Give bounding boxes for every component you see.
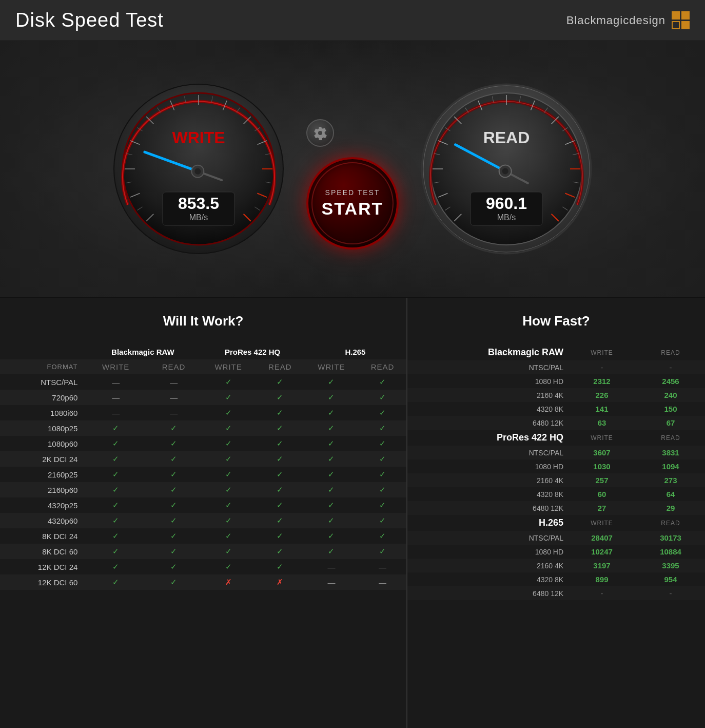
wiw-format-val: NTSC/PAL bbox=[0, 374, 85, 390]
hf-read-val: 240 bbox=[636, 388, 705, 402]
wiw-h265-r-header: READ bbox=[359, 359, 406, 374]
hf-write-val: 27 bbox=[567, 501, 636, 515]
wiw-bmraw-r: ✓ bbox=[147, 482, 201, 497]
wiw-row: 1080p25 ✓ ✓ ✓ ✓ ✓ ✓ bbox=[0, 420, 406, 436]
wiw-h265-r: ✓ bbox=[359, 467, 406, 482]
start-button[interactable]: SPEED TEST START bbox=[306, 157, 399, 250]
wiw-pro-r: ✓ bbox=[256, 528, 304, 544]
hf-write-val: 3607 bbox=[567, 446, 636, 459]
wiw-bmraw-r: — bbox=[147, 374, 201, 390]
hf-read-val: 150 bbox=[636, 402, 705, 416]
wiw-pro-w: ✓ bbox=[201, 374, 256, 390]
wiw-pro-w: ✓ bbox=[201, 559, 256, 574]
wiw-bmraw-r: ✓ bbox=[147, 544, 201, 559]
wiw-h265-r: ✓ bbox=[359, 482, 406, 497]
wiw-pro-w: ✓ bbox=[201, 420, 256, 436]
wiw-pro-w: ✓ bbox=[201, 497, 256, 513]
hf-data-row: NTSC/PAL 3607 3831 bbox=[407, 446, 705, 459]
wiw-pro-r: ✓ bbox=[256, 420, 304, 436]
hf-section-header-row: H.265 WRITE READ bbox=[407, 515, 705, 531]
hf-write-val: 10247 bbox=[567, 545, 636, 559]
app-title: Disk Speed Test bbox=[15, 9, 164, 31]
wiw-row: NTSC/PAL — — ✓ ✓ ✓ ✓ bbox=[0, 374, 406, 390]
wiw-bmraw-r: ✓ bbox=[147, 497, 201, 513]
hf-label: 6480 12K bbox=[407, 586, 567, 600]
hf-label: NTSC/PAL bbox=[407, 446, 567, 459]
hf-data-row: 2160 4K 3197 3395 bbox=[407, 559, 705, 572]
will-it-work-panel: Will It Work? Blackmagic RAW ProRes 422 … bbox=[0, 298, 407, 728]
wiw-pro-w: ✓ bbox=[201, 405, 256, 420]
brand-square-4 bbox=[681, 21, 690, 29]
hf-label: 2160 4K bbox=[407, 473, 567, 487]
how-fast-title: How Fast? bbox=[407, 308, 705, 334]
wiw-h265-w: ✓ bbox=[304, 374, 359, 390]
write-gauge-container: WRITE 853.5 MB/s bbox=[111, 82, 286, 256]
wiw-pro-r: ✓ bbox=[256, 559, 304, 574]
wiw-format-val: 8K DCI 24 bbox=[0, 528, 85, 544]
brand-name: Blackmagicdesign bbox=[566, 14, 665, 27]
hf-data-row: NTSC/PAL - - bbox=[407, 360, 705, 374]
wiw-pro-r: ✓ bbox=[256, 390, 304, 405]
wiw-pro-w: ✗ bbox=[201, 574, 256, 590]
hf-read-val: 3395 bbox=[636, 559, 705, 572]
wiw-row: 4320p25 ✓ ✓ ✓ ✓ ✓ ✓ bbox=[0, 497, 406, 513]
settings-button[interactable] bbox=[306, 119, 334, 147]
wiw-bmraw-w: ✓ bbox=[85, 451, 147, 467]
wiw-format-val: 2160p25 bbox=[0, 467, 85, 482]
wiw-bmraw-w: — bbox=[85, 405, 147, 420]
hf-label: 6480 12K bbox=[407, 501, 567, 515]
wiw-bmraw-w: ✓ bbox=[85, 467, 147, 482]
wiw-pro-w: ✓ bbox=[201, 390, 256, 405]
wiw-pro-r: ✓ bbox=[256, 374, 304, 390]
wiw-h265-w: ✓ bbox=[304, 436, 359, 451]
data-section: Will It Work? Blackmagic RAW ProRes 422 … bbox=[0, 298, 705, 728]
hf-data-row: 1080 HD 10247 10884 bbox=[407, 545, 705, 559]
write-gauge: WRITE 853.5 MB/s bbox=[111, 82, 286, 256]
wiw-format-val: 4320p25 bbox=[0, 497, 85, 513]
wiw-row: 12K DCI 60 ✓ ✓ ✗ ✗ — — bbox=[0, 574, 406, 590]
wiw-pro-w: ✓ bbox=[201, 451, 256, 467]
title-bar: Disk Speed Test Blackmagicdesign bbox=[0, 0, 705, 41]
brand-area: Blackmagicdesign bbox=[566, 11, 690, 29]
wiw-bmraw-r: — bbox=[147, 405, 201, 420]
wiw-bmraw-w: ✓ bbox=[85, 497, 147, 513]
wiw-h265-r: — bbox=[359, 574, 406, 590]
wiw-row: 8K DCI 60 ✓ ✓ ✓ ✓ ✓ ✓ bbox=[0, 544, 406, 559]
wiw-pro-r: ✓ bbox=[256, 451, 304, 467]
wiw-h265-header: H.265 bbox=[304, 344, 406, 359]
how-fast-table: Blackmagic RAW WRITE READ NTSC/PAL - - 1… bbox=[407, 344, 705, 600]
wiw-format-val: 12K DCI 60 bbox=[0, 574, 85, 590]
hf-read-val: 10884 bbox=[636, 545, 705, 559]
hf-read-val: - bbox=[636, 360, 705, 374]
wiw-h265-w: ✓ bbox=[304, 497, 359, 513]
hf-read-col-header: READ bbox=[636, 430, 705, 446]
wiw-h265-r: ✓ bbox=[359, 513, 406, 528]
hf-label: 4320 8K bbox=[407, 402, 567, 416]
wiw-h265-r: ✓ bbox=[359, 528, 406, 544]
speed-test-label: SPEED TEST bbox=[325, 188, 380, 197]
wiw-bmraw-w: ✓ bbox=[85, 574, 147, 590]
hf-data-row: 2160 4K 226 240 bbox=[407, 388, 705, 402]
wiw-row: 2160p25 ✓ ✓ ✓ ✓ ✓ ✓ bbox=[0, 467, 406, 482]
wiw-pro-r: ✓ bbox=[256, 513, 304, 528]
wiw-bmraw-w: ✓ bbox=[85, 420, 147, 436]
hf-label: 2160 4K bbox=[407, 388, 567, 402]
hf-label: 6480 12K bbox=[407, 416, 567, 430]
wiw-pro-r: ✓ bbox=[256, 467, 304, 482]
svg-text:MB/s: MB/s bbox=[497, 213, 516, 222]
wiw-bmraw-r-header: READ bbox=[147, 359, 201, 374]
svg-text:853.5: 853.5 bbox=[178, 194, 219, 213]
hf-read-val: 29 bbox=[636, 501, 705, 515]
wiw-pro-r: ✓ bbox=[256, 482, 304, 497]
hf-read-val: 273 bbox=[636, 473, 705, 487]
hf-data-row: 4320 8K 899 954 bbox=[407, 572, 705, 586]
how-fast-panel: How Fast? Blackmagic RAW WRITE READ NTSC… bbox=[407, 298, 705, 728]
svg-text:READ: READ bbox=[483, 128, 530, 147]
hf-read-val: - bbox=[636, 586, 705, 600]
svg-text:WRITE: WRITE bbox=[172, 128, 225, 147]
wiw-bmraw-r: ✓ bbox=[147, 451, 201, 467]
wiw-bmraw-r: ✓ bbox=[147, 574, 201, 590]
wiw-h265-r: ✓ bbox=[359, 497, 406, 513]
wiw-row: 12K DCI 24 ✓ ✓ ✓ ✓ — — bbox=[0, 559, 406, 574]
hf-data-row: 6480 12K 27 29 bbox=[407, 501, 705, 515]
